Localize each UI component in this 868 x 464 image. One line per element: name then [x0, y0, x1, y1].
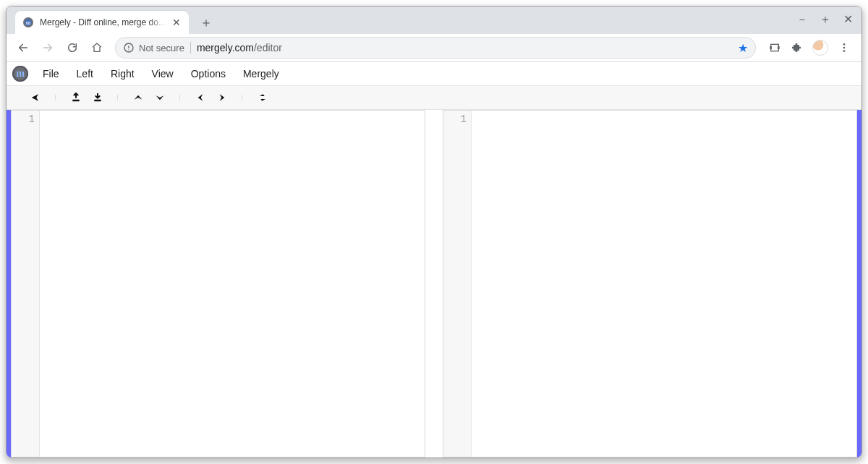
next-diff-icon[interactable]: [153, 90, 167, 105]
svg-rect-14: [72, 100, 79, 102]
right-overview-ruler[interactable]: [857, 110, 861, 457]
browser-tab[interactable]: m Mergely - Diff online, merge documents…: [15, 11, 189, 34]
share-icon[interactable]: [28, 90, 43, 105]
tab-strip: m Mergely - Diff online, merge documents…: [7, 7, 861, 34]
tab-favicon: m: [22, 17, 34, 28]
menu-mergely[interactable]: Mergely: [236, 65, 286, 82]
bookmark-star-icon[interactable]: ★: [738, 41, 748, 55]
app-menubar: m File Left Right View Options Mergely: [7, 62, 861, 86]
merge-left-icon[interactable]: [193, 90, 208, 105]
app-logo-icon[interactable]: m: [12, 66, 28, 82]
svg-rect-10: [778, 46, 780, 49]
diff-area: 1 1: [7, 110, 861, 457]
right-editor-pane: 1: [443, 110, 857, 457]
svg-rect-9: [770, 46, 772, 49]
back-button[interactable]: [12, 37, 34, 59]
import-right-icon[interactable]: [90, 90, 105, 105]
left-gutter: 1: [12, 111, 40, 457]
omnibox-divider: [190, 42, 191, 53]
import-left-icon[interactable]: [69, 90, 83, 105]
browser-window: m Mergely - Diff online, merge documents…: [6, 6, 862, 458]
app-toolbar: [7, 86, 861, 110]
window-close-icon[interactable]: ✕: [843, 12, 853, 27]
svg-rect-15: [94, 100, 101, 102]
address-bar[interactable]: Not secure mergely.com/editor ★: [115, 37, 756, 59]
window-minimize-icon[interactable]: －: [796, 12, 807, 27]
tab-close-icon[interactable]: ✕: [172, 17, 182, 28]
new-tab-button[interactable]: ＋: [196, 12, 216, 33]
menu-options[interactable]: Options: [184, 65, 233, 82]
svg-point-7: [128, 49, 129, 50]
tab-title: Mergely - Diff online, merge documents: [40, 17, 168, 27]
reload-button[interactable]: [61, 37, 83, 59]
url-text: mergely.com/editor: [197, 42, 732, 53]
browser-menu-icon[interactable]: [838, 42, 850, 53]
security-indicator[interactable]: Not secure: [123, 42, 184, 53]
merge-right-icon[interactable]: [215, 90, 229, 105]
svg-text:m: m: [26, 20, 31, 26]
window-controls: － ＋ ✕: [796, 12, 853, 27]
window-maximize-icon[interactable]: ＋: [820, 12, 830, 27]
prev-diff-icon[interactable]: [131, 90, 145, 105]
swap-icon[interactable]: [255, 90, 270, 105]
left-editor-pane: 1: [11, 110, 425, 457]
url-host: mergely.com: [197, 42, 254, 53]
extensions-icon[interactable]: [791, 42, 802, 53]
page-content: m File Left Right View Options Mergely: [7, 62, 861, 457]
svg-point-12: [843, 47, 846, 49]
home-button[interactable]: [86, 37, 108, 59]
svg-point-13: [843, 50, 846, 52]
menu-right[interactable]: Right: [103, 65, 142, 82]
center-gap: [425, 110, 443, 457]
menu-file[interactable]: File: [35, 65, 67, 82]
svg-rect-8: [771, 44, 779, 51]
browser-right-icons: [763, 40, 856, 56]
security-label: Not secure: [139, 43, 184, 53]
forward-button[interactable]: [37, 37, 59, 59]
menu-view[interactable]: View: [145, 65, 181, 82]
svg-point-11: [843, 43, 846, 46]
menu-left[interactable]: Left: [69, 65, 101, 82]
right-gutter: 1: [443, 111, 472, 457]
right-line-number: 1: [443, 113, 467, 125]
browser-toolbar: Not secure mergely.com/editor ★: [7, 34, 861, 62]
url-path: /editor: [254, 42, 282, 53]
profile-avatar-icon[interactable]: [812, 40, 828, 56]
left-editor[interactable]: [40, 111, 425, 457]
right-editor[interactable]: [472, 111, 856, 457]
reader-mode-icon[interactable]: [769, 42, 780, 53]
left-line-number: 1: [12, 113, 35, 125]
